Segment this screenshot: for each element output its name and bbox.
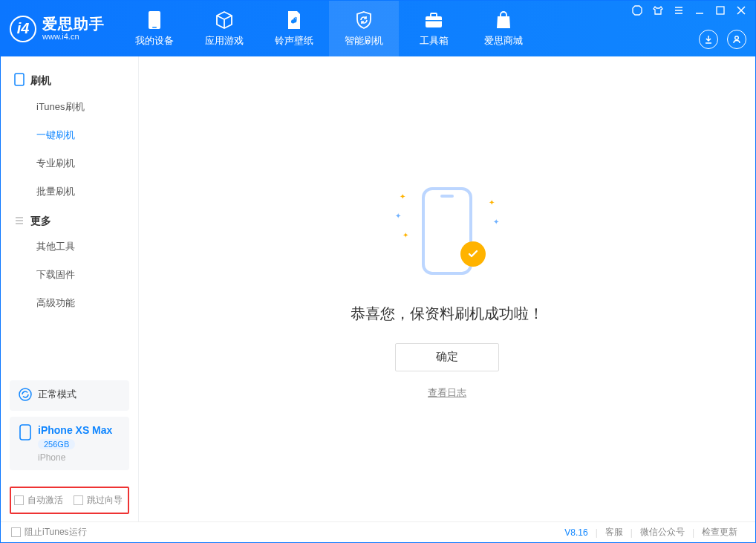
tab-apps-games[interactable]: 应用游戏: [189, 1, 259, 56]
device-icon: [145, 10, 164, 30]
svg-rect-7: [15, 74, 24, 85]
sparkle-icon: ✦: [489, 198, 495, 207]
sparkle-icon: ✦: [403, 231, 408, 239]
checkbox-skip-guide[interactable]: 跳过向导: [74, 494, 123, 507]
logo-area: i4 爱思助手 www.i4.cn: [10, 16, 105, 42]
svg-rect-2: [426, 16, 442, 27]
feedback-icon[interactable]: [632, 5, 642, 16]
tab-label: 我的设备: [135, 34, 174, 48]
mode-card[interactable]: 正常模式: [10, 380, 129, 411]
checkbox-block-itunes[interactable]: 阻止iTunes运行: [11, 526, 87, 539]
sparkle-icon: ✦: [395, 212, 401, 220]
customer-service-link[interactable]: 客服: [598, 526, 630, 539]
success-title: 恭喜您，保资料刷机成功啦！: [351, 304, 544, 324]
app-url: www.i4.cn: [42, 32, 105, 41]
phone-small-icon: [14, 73, 25, 88]
tab-label: 铃声壁纸: [275, 34, 313, 48]
sparkle-icon: ✦: [493, 218, 499, 226]
ok-button[interactable]: 确定: [395, 343, 499, 371]
device-name: iPhone XS Max: [38, 424, 112, 436]
svg-rect-3: [431, 13, 437, 17]
tab-smart-flash[interactable]: 智能刷机: [329, 1, 399, 56]
window-controls: [632, 5, 746, 16]
app-logo-icon: i4: [10, 16, 36, 42]
tab-label: 工具箱: [420, 34, 449, 48]
checkbox-label: 阻止iTunes运行: [25, 526, 87, 539]
shield-refresh-icon: [354, 10, 374, 30]
sidebar-item-itunes-flash[interactable]: iTunes刷机: [1, 93, 138, 121]
check-badge-icon: [460, 241, 486, 267]
list-icon: [14, 215, 25, 228]
close-icon[interactable]: [736, 5, 746, 16]
sidebar-group-label: 刷机: [30, 74, 51, 88]
tab-store[interactable]: 爱思商城: [469, 1, 538, 56]
tab-ring-wallpaper[interactable]: 铃声壁纸: [259, 1, 329, 56]
main-content: ✦ ✦ ✦ ✦ ✦ 恭喜您，保资料刷机成功啦！ 确定 查看日志: [139, 56, 755, 521]
skin-icon[interactable]: [653, 5, 663, 16]
phone-outline-icon: [19, 424, 32, 443]
maximize-icon[interactable]: [715, 5, 726, 16]
sidebar-item-other-tools[interactable]: 其他工具: [1, 233, 138, 261]
wechat-link[interactable]: 微信公众号: [633, 526, 692, 539]
bag-icon: [494, 10, 513, 30]
sparkle-icon: ✦: [400, 192, 405, 201]
sidebar-group-more: 更多: [1, 206, 138, 233]
download-icon[interactable]: [699, 30, 718, 49]
main-tabs: 我的设备 应用游戏 铃声壁纸 智能刷机 工具箱 爱思商城: [120, 1, 538, 56]
tab-label: 应用游戏: [205, 34, 244, 48]
app-header: i4 爱思助手 www.i4.cn 我的设备 应用游戏 铃声壁纸 智能刷机 工具…: [1, 1, 755, 56]
sidebar-group-flash: 刷机: [1, 64, 138, 93]
checkbox-icon: [74, 495, 83, 505]
checkbox-auto-activate[interactable]: 自动激活: [14, 494, 63, 507]
checkbox-icon: [11, 527, 21, 537]
checkbox-icon: [14, 495, 24, 505]
music-file-icon: [284, 10, 304, 30]
device-capacity: 256GB: [38, 439, 75, 449]
tab-toolbox[interactable]: 工具箱: [399, 1, 469, 56]
refresh-icon: [19, 388, 32, 403]
sidebar-item-advanced[interactable]: 高级功能: [1, 289, 138, 317]
cube-icon: [215, 10, 234, 30]
svg-point-6: [735, 36, 739, 40]
tab-my-device[interactable]: 我的设备: [120, 1, 189, 56]
device-type: iPhone: [38, 452, 112, 463]
sidebar-group-label: 更多: [30, 215, 51, 228]
sidebar-item-pro-flash[interactable]: 专业刷机: [1, 149, 138, 178]
svg-rect-0: [149, 11, 160, 29]
sidebar: 刷机 iTunes刷机 一键刷机 专业刷机 批量刷机 更多 其他工具 下载固件 …: [1, 56, 139, 521]
app-title: 爱思助手: [42, 16, 105, 32]
view-log-link[interactable]: 查看日志: [428, 386, 466, 400]
svg-rect-5: [717, 7, 724, 14]
user-icon[interactable]: [727, 30, 746, 49]
svg-rect-1: [152, 27, 157, 28]
tab-label: 爱思商城: [484, 34, 523, 48]
check-update-link[interactable]: 检查更新: [694, 526, 745, 539]
menu-icon[interactable]: [674, 5, 684, 16]
sidebar-item-batch-flash[interactable]: 批量刷机: [1, 178, 138, 206]
checkbox-label: 跳过向导: [87, 494, 123, 507]
tab-label: 智能刷机: [345, 34, 383, 48]
minimize-icon[interactable]: [694, 5, 705, 16]
version-label: V8.16: [564, 527, 595, 538]
svg-rect-9: [20, 425, 30, 440]
mode-label: 正常模式: [38, 388, 76, 401]
svg-rect-4: [426, 20, 442, 22]
svg-point-8: [19, 388, 31, 400]
sidebar-bottom-options: 自动激活 跳过向导: [10, 487, 129, 514]
toolbox-icon: [424, 10, 443, 30]
sidebar-item-oneclick-flash[interactable]: 一键刷机: [1, 121, 138, 149]
status-bar: 阻止iTunes运行 V8.16 | 客服 | 微信公众号 | 检查更新: [1, 521, 755, 542]
success-illustration: ✦ ✦ ✦ ✦ ✦: [395, 179, 499, 283]
device-card[interactable]: iPhone XS Max 256GB iPhone: [10, 417, 129, 470]
checkbox-label: 自动激活: [27, 494, 63, 507]
sidebar-item-download-firmware[interactable]: 下载固件: [1, 261, 138, 289]
